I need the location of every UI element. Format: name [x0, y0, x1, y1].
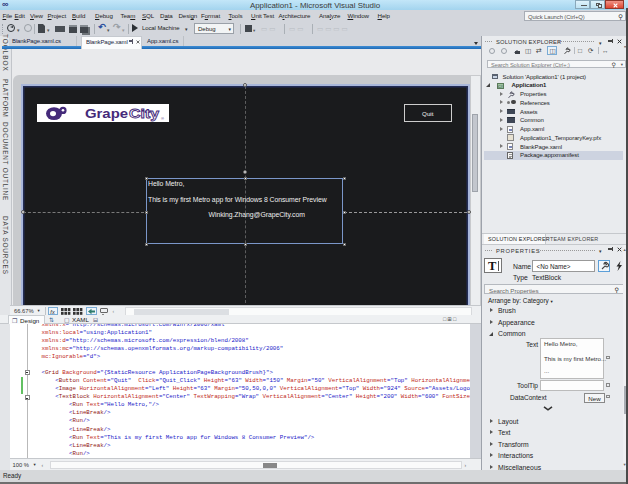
svg-text:Grape: Grape [85, 106, 128, 121]
svg-text:®: ® [161, 116, 164, 121]
svg-text:City: City [129, 106, 160, 121]
